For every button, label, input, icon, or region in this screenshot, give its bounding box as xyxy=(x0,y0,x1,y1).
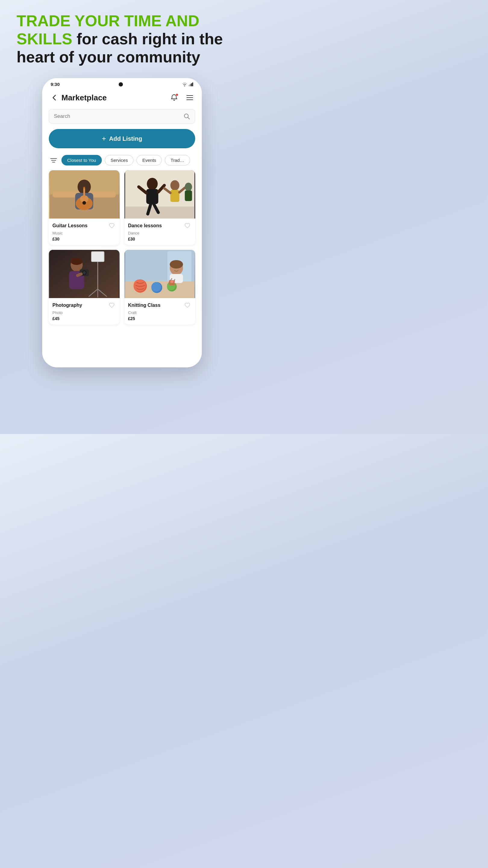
svg-rect-0 xyxy=(189,85,190,86)
back-button[interactable] xyxy=(49,92,60,103)
search-container xyxy=(42,107,202,128)
search-icon xyxy=(184,113,190,120)
svg-point-43 xyxy=(71,258,83,265)
svg-rect-33 xyxy=(185,190,192,201)
listing-title-dance: Dance lessons xyxy=(128,223,162,228)
listing-info-craft: Knitting Class Craft £25 xyxy=(124,298,195,324)
svg-rect-3 xyxy=(192,83,193,86)
svg-point-47 xyxy=(83,271,86,274)
svg-point-55 xyxy=(152,282,161,292)
listing-info-dance: Dance lessons Dance £30 xyxy=(124,218,195,245)
listing-price-photo: £45 xyxy=(53,316,116,321)
listing-image-dance xyxy=(124,170,195,218)
heart-button-craft[interactable] xyxy=(183,301,192,310)
filter-tabs-row: Closest to You Services Events Trad… xyxy=(42,153,202,170)
listing-info-guitar: Guitar Lessons Music £30 xyxy=(49,218,120,245)
add-listing-container: + Add Listing xyxy=(42,128,202,153)
listing-card-photo[interactable]: Photography Photo £45 xyxy=(49,250,120,324)
svg-rect-1 xyxy=(190,84,191,86)
listing-category-craft: Craft xyxy=(128,310,192,315)
listing-category-photo: Photo xyxy=(53,310,116,315)
search-input[interactable] xyxy=(54,113,184,119)
svg-point-32 xyxy=(185,183,192,191)
listing-title-craft: Knitting Class xyxy=(128,303,161,308)
svg-rect-2 xyxy=(191,83,192,86)
filter-icon[interactable] xyxy=(49,156,59,165)
notification-dot xyxy=(175,93,178,96)
svg-rect-29 xyxy=(170,190,180,202)
listing-card-dance[interactable]: Dance lessons Dance £30 xyxy=(124,170,195,245)
listing-card-guitar[interactable]: Guitar Lessons Music £30 xyxy=(49,170,120,245)
listing-info-photo: Photography Photo £45 xyxy=(49,298,120,324)
listing-image-craft xyxy=(124,250,195,298)
search-bar[interactable] xyxy=(49,109,195,124)
status-bar: 9:30 xyxy=(42,78,202,89)
listing-card-craft[interactable]: Knitting Class Craft £25 xyxy=(124,250,195,324)
svg-point-16 xyxy=(83,201,86,205)
tab-events[interactable]: Events xyxy=(136,155,162,165)
headline-section: TRADE YOUR TIME AND SKILLS for cash righ… xyxy=(13,12,230,66)
tab-closest[interactable]: Closest to You xyxy=(61,155,102,165)
svg-point-28 xyxy=(170,180,180,190)
listing-image-photo xyxy=(49,250,120,298)
signal-icon xyxy=(189,82,193,87)
menu-button[interactable] xyxy=(184,92,195,103)
tab-services[interactable]: Services xyxy=(105,155,134,165)
add-listing-label: Add Listing xyxy=(109,135,142,142)
add-listing-button[interactable]: + Add Listing xyxy=(49,129,195,148)
heart-button-photo[interactable] xyxy=(107,301,116,310)
status-icons xyxy=(182,82,193,87)
listing-image-guitar xyxy=(49,170,120,218)
notification-bell-button[interactable] xyxy=(169,92,180,103)
heart-button-guitar[interactable] xyxy=(107,221,116,230)
plus-icon: + xyxy=(102,134,106,143)
listing-price-dance: £30 xyxy=(128,237,192,241)
listings-grid: Guitar Lessons Music £30 xyxy=(42,170,202,331)
listing-price-craft: £25 xyxy=(128,316,192,321)
svg-rect-41 xyxy=(92,252,104,261)
status-time: 9:30 xyxy=(51,82,60,87)
phone-mockup: 9:30 Marketplace xyxy=(42,78,202,367)
listing-price-guitar: £30 xyxy=(53,237,116,241)
svg-line-48 xyxy=(78,274,82,276)
svg-point-22 xyxy=(147,178,158,190)
camera-dot xyxy=(119,82,123,87)
app-title: Marketplace xyxy=(61,93,169,102)
header-icons xyxy=(169,92,195,103)
svg-rect-23 xyxy=(147,189,158,204)
svg-rect-63 xyxy=(169,280,175,285)
wifi-icon xyxy=(182,82,187,87)
listing-category-guitar: Music xyxy=(53,231,116,236)
listing-category-dance: Dance xyxy=(128,231,192,236)
app-header: Marketplace xyxy=(42,89,202,107)
listing-title-photo: Photography xyxy=(53,303,82,308)
svg-point-59 xyxy=(170,260,183,269)
listing-title-guitar: Guitar Lessons xyxy=(53,223,87,228)
tab-trade[interactable]: Trad… xyxy=(165,155,190,165)
heart-button-dance[interactable] xyxy=(183,221,192,230)
